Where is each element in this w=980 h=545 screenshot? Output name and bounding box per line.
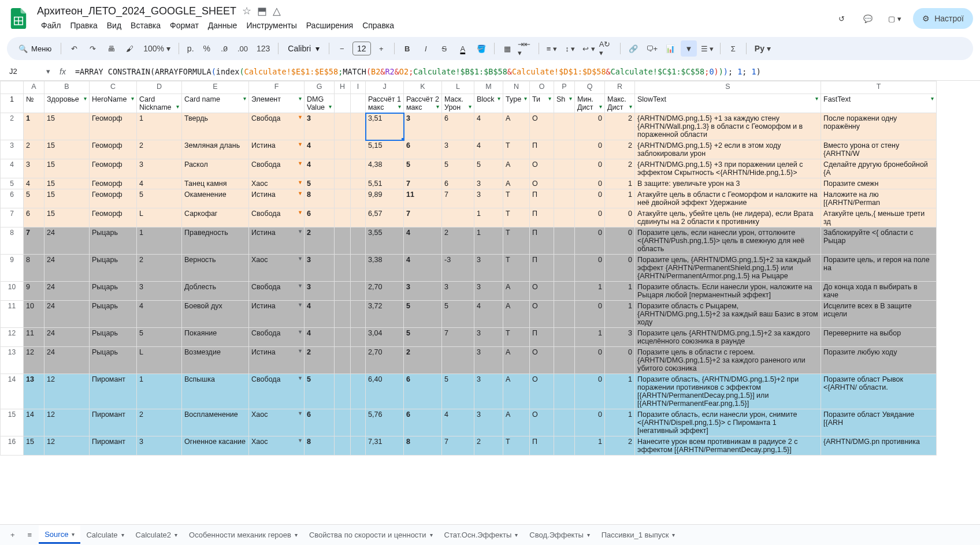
cell[interactable]: 6	[442, 113, 474, 140]
cell[interactable]: 0	[575, 178, 605, 189]
cell[interactable]: 15	[44, 113, 90, 140]
cell[interactable]: 1	[137, 374, 182, 409]
undo-button[interactable]: ↶	[66, 40, 82, 57]
cell[interactable]: 0	[575, 208, 605, 227]
cell[interactable]: 0	[575, 140, 605, 159]
cell[interactable]: Поразите область, если нанесли урон, сни…	[635, 409, 821, 436]
dropdown-arrow-icon[interactable]: ▼	[298, 375, 303, 381]
filter-icon[interactable]: ▾	[243, 95, 246, 102]
col-header-K[interactable]: K	[404, 81, 442, 94]
cell[interactable]	[351, 374, 366, 409]
cell[interactable]: Геоморф	[90, 113, 137, 140]
cell[interactable]: П	[530, 189, 554, 208]
cell[interactable]: Заблокируйте <{ области с Рыцар	[821, 227, 937, 255]
row-header[interactable]: 6	[1, 189, 24, 208]
col-header-S[interactable]: S	[635, 81, 821, 94]
bold-button[interactable]: B	[399, 40, 415, 57]
cell[interactable]: 4	[442, 409, 474, 436]
cell[interactable]: 2	[137, 409, 182, 436]
cell[interactable]: П	[530, 140, 554, 159]
link-button[interactable]: 🔗	[625, 40, 641, 57]
header-cell-T[interactable]: FastText▾	[821, 94, 937, 113]
cell[interactable]: Поразите любую ходу	[821, 347, 937, 374]
text-color-button[interactable]: A	[455, 40, 471, 57]
cell[interactable]: 12	[24, 347, 44, 374]
cell[interactable]: 0	[575, 374, 605, 409]
cell[interactable]	[335, 178, 351, 189]
cell[interactable]: 5	[404, 301, 442, 328]
paint-format-button[interactable]: 🖌	[121, 40, 138, 57]
cell[interactable]: О	[530, 374, 554, 409]
fontsize-input[interactable]: 12	[352, 42, 371, 55]
cell[interactable]	[335, 208, 351, 227]
cell[interactable]	[335, 255, 351, 282]
dropdown-arrow-icon[interactable]: ▼	[298, 302, 303, 308]
cell[interactable]: Истина▼	[249, 347, 305, 374]
menu-формат[interactable]: Формат	[166, 18, 203, 32]
header-cell-C[interactable]: HeroName▾	[90, 94, 137, 113]
filter-icon[interactable]: ▾	[299, 95, 302, 102]
cloud-icon[interactable]: △	[273, 5, 281, 17]
cell[interactable]: 5	[305, 178, 335, 189]
filter-icon[interactable]: ▾	[548, 95, 551, 102]
comment-button[interactable]: 🗨+	[644, 40, 660, 57]
cell[interactable]: 7	[442, 328, 474, 347]
cell[interactable]	[351, 328, 366, 347]
cell[interactable]: До конца хода п выбирать в каче	[821, 282, 937, 301]
cell[interactable]: Атакуйте цель,{ меньше трети зд	[821, 208, 937, 227]
header-cell-D[interactable]: Card Nickname▾	[137, 94, 182, 113]
cell[interactable]	[351, 409, 366, 436]
cell[interactable]: 0	[575, 189, 605, 208]
cell[interactable]	[351, 113, 366, 140]
cell[interactable]	[335, 301, 351, 328]
cell[interactable]: Рыцарь	[90, 347, 137, 374]
dropdown-arrow-icon[interactable]: ▼	[298, 348, 303, 354]
cell[interactable]: 5	[137, 328, 182, 347]
cell[interactable]: 15	[44, 159, 90, 178]
cell[interactable]: Пиромант	[90, 436, 137, 456]
dropdown-arrow-icon[interactable]: ▼	[298, 410, 303, 416]
cell[interactable]	[554, 374, 575, 409]
cell[interactable]: 3	[137, 436, 182, 456]
cell[interactable]	[351, 178, 366, 189]
cell[interactable]: Свобода▼	[249, 374, 305, 409]
cell[interactable]: Исцелите всех в В защите исцели	[821, 301, 937, 328]
name-box[interactable]: J2	[7, 66, 40, 77]
dropdown-arrow-icon[interactable]: ▼	[298, 210, 303, 215]
cell[interactable]: 4	[305, 140, 335, 159]
font-select[interactable]: Calibri ▾	[283, 43, 324, 54]
cell[interactable]: 15	[44, 140, 90, 159]
cell[interactable]: 6,57	[366, 208, 404, 227]
cell[interactable]: Поразите област Рывок <{ARHTN/ области.	[821, 374, 937, 409]
cell[interactable]	[351, 227, 366, 255]
row-header[interactable]: 9	[1, 255, 24, 282]
cell[interactable]: Раскол	[182, 159, 249, 178]
col-header-L[interactable]: L	[442, 81, 474, 94]
italic-button[interactable]: I	[418, 40, 434, 57]
cell[interactable]: 2	[404, 347, 442, 374]
cell[interactable]: Поразите цель, если нанесли урон, оттолк…	[635, 227, 821, 255]
cell[interactable]: L	[137, 347, 182, 374]
filter-icon[interactable]: ▾	[524, 95, 527, 102]
cell[interactable]: Вспышка	[182, 374, 249, 409]
cell[interactable]: Истина▼	[249, 301, 305, 328]
header-cell-E[interactable]: Card name▾	[182, 94, 249, 113]
chart-button[interactable]: 📊	[662, 40, 678, 57]
cell[interactable]: Т	[503, 255, 530, 282]
cell[interactable]: Атакуйте цель в области с Геоморфом и на…	[635, 189, 821, 208]
cell[interactable]: Геоморф	[90, 140, 137, 159]
cell[interactable]: А	[503, 282, 530, 301]
cell[interactable]: 3,51	[366, 113, 404, 140]
header-cell-M[interactable]: Block▾	[474, 94, 503, 113]
col-header-G[interactable]: G	[305, 81, 335, 94]
cell[interactable]	[554, 159, 575, 178]
header-cell-N[interactable]: Type▾	[503, 94, 530, 113]
cell[interactable]: Наложите на лю [{ARHTN/Perman	[821, 189, 937, 208]
cell[interactable]: 2	[474, 436, 503, 456]
row-header[interactable]: 11	[1, 301, 24, 328]
dropdown-arrow-icon[interactable]: ▼	[298, 141, 303, 147]
cell[interactable]: 5	[442, 374, 474, 409]
redo-button[interactable]: ↷	[84, 40, 101, 57]
print-button[interactable]: 🖶	[103, 40, 119, 57]
cell[interactable]: Поразите цель в области с героем. {ARHTN…	[635, 347, 821, 374]
